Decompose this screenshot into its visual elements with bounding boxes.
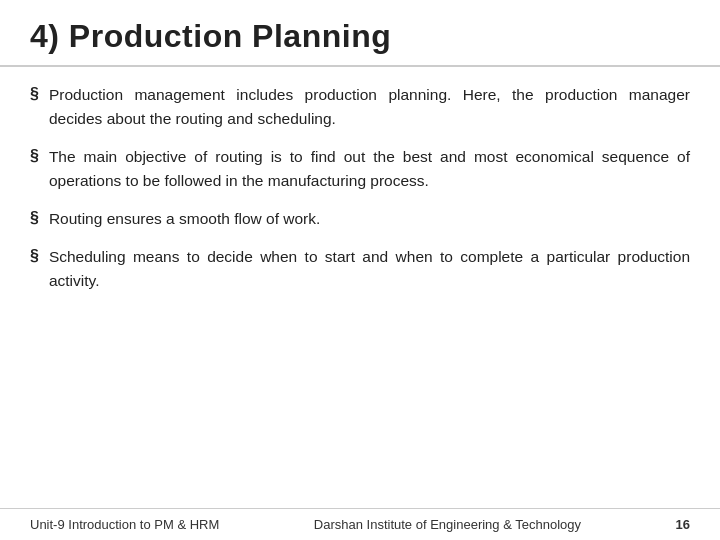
- content-section: § Production management includes product…: [0, 67, 720, 508]
- bullet-item-4: § Scheduling means to decide when to sta…: [30, 245, 690, 293]
- footer-left-text: Unit-9 Introduction to PM & HRM: [30, 517, 219, 532]
- bullet-text-4: Scheduling means to decide when to start…: [49, 245, 690, 293]
- header-section: 4) Production Planning: [0, 0, 720, 67]
- bullet-text-2: The main objective of routing is to find…: [49, 145, 690, 193]
- bullet-text-3: Routing ensures a smooth flow of work.: [49, 207, 320, 231]
- footer-center-text: Darshan Institute of Engineering & Techn…: [314, 517, 581, 532]
- bullet-marker-1: §: [30, 85, 39, 103]
- footer-page-number: 16: [676, 517, 690, 532]
- bullet-item-3: § Routing ensures a smooth flow of work.: [30, 207, 690, 231]
- bullet-text-1: Production management includes productio…: [49, 83, 690, 131]
- bullet-marker-2: §: [30, 147, 39, 165]
- bullet-item-2: § The main objective of routing is to fi…: [30, 145, 690, 193]
- slide-container: 4) Production Planning § Production mana…: [0, 0, 720, 540]
- footer-section: Unit-9 Introduction to PM & HRM Darshan …: [0, 508, 720, 540]
- bullet-marker-3: §: [30, 209, 39, 227]
- bullet-marker-4: §: [30, 247, 39, 265]
- bullet-item-1: § Production management includes product…: [30, 83, 690, 131]
- slide-title: 4) Production Planning: [30, 18, 690, 55]
